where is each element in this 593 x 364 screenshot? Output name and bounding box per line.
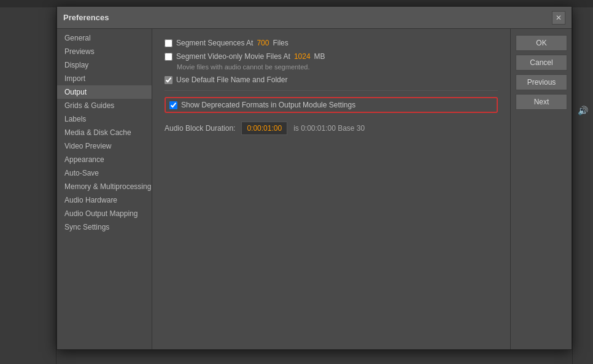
segment-video-label: Segment Video-only Movie Files At (176, 52, 290, 61)
sidebar-item-sync-settings[interactable]: Sync Settings (57, 220, 152, 234)
sidebar-item-labels[interactable]: Labels (57, 112, 152, 126)
previous-button[interactable]: Previous (516, 74, 567, 90)
sidebar-item-general[interactable]: General (57, 31, 152, 45)
preferences-dialog: Preferences ✕ General Previews Display I… (56, 6, 572, 350)
sidebar-item-video-preview[interactable]: Video Preview (57, 139, 152, 153)
segment-video-row: Segment Video-only Movie Files At 1024 M… (165, 52, 498, 61)
dialog-title: Preferences (63, 13, 109, 22)
next-button[interactable]: Next (516, 94, 567, 110)
segment-sequences-value: 700 (257, 39, 269, 47)
segment-video-value: 1024 (294, 52, 311, 61)
audio-block-duration-row: Audio Block Duration: 0:00:01:00 is 0:00… (165, 122, 498, 135)
use-default-filename-row: Use Default File Name and Folder (165, 76, 498, 84)
audio-block-duration-info: is 0:00:01:00 Base 30 (293, 124, 365, 133)
sidebar-item-media-disk-cache[interactable]: Media & Disk Cache (57, 126, 152, 139)
sidebar-item-import[interactable]: Import (57, 72, 152, 85)
sidebar-item-display[interactable]: Display (57, 58, 152, 72)
segment-video-checkbox[interactable] (165, 53, 172, 61)
divider (165, 90, 498, 91)
sidebar-item-output[interactable]: Output (57, 85, 152, 99)
show-deprecated-checkbox[interactable] (169, 101, 177, 109)
segment-video-unit: MB (314, 52, 325, 61)
sidebar-item-audio-hardware[interactable]: Audio Hardware (57, 193, 152, 207)
sidebar-item-auto-save[interactable]: Auto-Save (57, 166, 152, 180)
use-default-filename-checkbox[interactable] (165, 76, 172, 84)
segment-sequences-label: Segment Sequences At (176, 39, 253, 47)
right-button-panel: OK Cancel Previous Next (510, 29, 572, 349)
volume-icon: 🔊 (578, 106, 588, 115)
segment-sequences-row: Segment Sequences At 700 Files (165, 39, 498, 47)
segment-sequences-unit: Files (273, 39, 288, 47)
left-panel (0, 7, 56, 364)
show-deprecated-label: Show Deprecated Formats in Output Module… (181, 101, 355, 109)
close-button[interactable]: ✕ (552, 11, 565, 25)
sidebar-item-memory-multiprocessing[interactable]: Memory & Multiprocessing (57, 180, 152, 193)
audio-block-duration-value: 0:00:01:00 (241, 122, 287, 135)
dialog-body: General Previews Display Import Output G… (57, 29, 572, 349)
sidebar-item-appearance[interactable]: Appearance (57, 153, 152, 166)
use-default-filename-label: Use Default File Name and Folder (176, 76, 287, 84)
sidebar-item-audio-output-mapping[interactable]: Audio Output Mapping (57, 207, 152, 220)
sidebar-item-grids-guides[interactable]: Grids & Guides (57, 99, 152, 112)
ok-button[interactable]: OK (516, 35, 567, 51)
dialog-title-bar: Preferences ✕ (57, 7, 572, 29)
right-edge-panel: 🔊 (572, 7, 593, 364)
segment-video-subtext: Movie files with audio cannot be segment… (177, 63, 498, 71)
sidebar: General Previews Display Import Output G… (57, 29, 152, 349)
show-deprecated-row: Show Deprecated Formats in Output Module… (165, 97, 498, 113)
sidebar-item-previews[interactable]: Previews (57, 45, 152, 58)
audio-block-duration-label: Audio Block Duration: (165, 124, 235, 133)
segment-sequences-checkbox[interactable] (165, 39, 172, 47)
cancel-button[interactable]: Cancel (516, 55, 567, 71)
content-area: Segment Sequences At 700 Files Segment V… (152, 29, 510, 349)
